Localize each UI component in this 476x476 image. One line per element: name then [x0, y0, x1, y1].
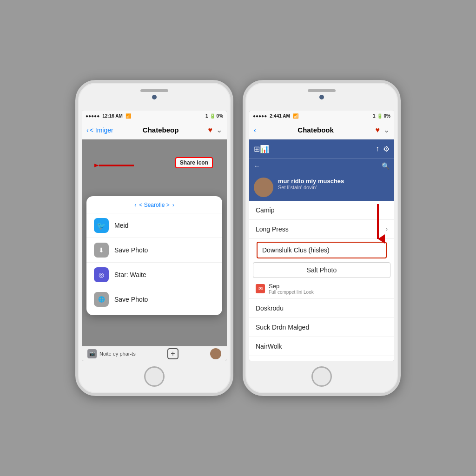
phone-camera-right — [319, 95, 324, 99]
nav-icons: ♥ ⌄ — [208, 126, 223, 134]
fb-settings-icon: ⚙ — [383, 145, 390, 153]
menu-item-nairwolk[interactable]: NairWolk — [249, 337, 394, 356]
menu-item-doskrodu[interactable]: Doskrodu — [249, 299, 394, 318]
menu-item-ddv[interactable]: Ddv: Image — [249, 356, 394, 361]
title-text: < Searofie > — [139, 202, 169, 208]
status-left: ●●●●● 12:16 AM 📶 — [86, 113, 131, 119]
fb-search-icon[interactable]: 🔍 — [382, 162, 390, 170]
title-chevron-right: › — [172, 202, 174, 208]
menu-item-sep[interactable]: ✉ Sep Full comppet lini Look — [249, 279, 394, 299]
profile-info: mur ridlo miy musches Set li'staln' dovi… — [278, 178, 390, 190]
heart-icon: ♥ — [208, 126, 213, 134]
bottom-bar: 📷 Noite ey phar-ts + — [82, 346, 227, 361]
share-icon-label: Share icon — [180, 159, 208, 166]
nav-title: Chatebeop — [143, 126, 179, 134]
fb-share-icon: ↑ — [376, 145, 379, 153]
right-signal: 1 — [373, 113, 376, 119]
avatar — [210, 348, 221, 359]
back-label: < Imiger — [90, 126, 113, 134]
bottom-bar-left: 📷 Noite ey phar-ts — [87, 349, 136, 358]
right-battery-icon: 🔋 — [377, 113, 383, 119]
right-wifi-icon: 📶 — [293, 113, 298, 119]
menu-item-salt-label: Salt Photo — [307, 266, 337, 274]
wifi-icon: 📶 — [126, 113, 131, 119]
share-item-twitter[interactable]: 🐦 Meid — [86, 213, 222, 238]
red-arrow-down — [362, 202, 385, 244]
menu-item-downslulk[interactable]: Downslulk Clus (hisles) — [257, 242, 387, 258]
signal-strength: 1 — [205, 113, 208, 119]
sep-sub-label: Full comppet lini Look — [269, 290, 314, 295]
right-back-button[interactable]: ‹ — [254, 126, 256, 134]
menu-item-nairwolk-label: NairWolk — [256, 343, 282, 350]
menu-item-salt[interactable]: Salt Photo — [253, 262, 390, 278]
right-status-left: ●●●●● 2:441 AM 📶 — [253, 113, 298, 119]
chevron-right-icon: › — [386, 226, 388, 232]
sep-text: Sep Full comppet lini Look — [269, 283, 314, 295]
fb-grid-icon: ⊞ — [254, 145, 260, 153]
back-button[interactable]: ‹ < Imiger — [86, 126, 113, 134]
right-carrier: ●●●●● — [253, 113, 267, 119]
share-item-save-label: Save Photo — [114, 246, 148, 254]
right-status-right: 1 🔋 0% — [373, 113, 390, 119]
menu-item-long-press-label: Long Press — [256, 225, 289, 233]
status-bar: ●●●●● 12:16 AM 📶 1 🔋 0% — [82, 111, 227, 121]
phone-speaker — [140, 89, 168, 92]
share-item-star-label: Star: Waite — [114, 271, 146, 278]
battery-level: 0% — [217, 113, 223, 119]
crown-icon: ⌄ — [216, 126, 222, 134]
share-item-star[interactable]: ◎ Star: Waite — [86, 262, 222, 287]
main-container: ●●●●● 12:16 AM 📶 1 🔋 0% ‹ < Imiger Chate… — [66, 71, 410, 405]
fb-sub-bar: ← 🔍 — [249, 158, 394, 173]
battery-icon: 🔋 — [210, 113, 215, 119]
profile-name: mur ridlo miy musches — [278, 178, 390, 185]
profile-avatar — [254, 178, 273, 197]
nav-bar: ‹ < Imiger Chatebeop ♥ ⌄ — [82, 121, 227, 139]
share-item-twitter-label: Meid — [114, 222, 128, 229]
phone-speaker-right — [308, 89, 336, 92]
profile-row: mur ridlo miy musches Set li'staln' dovi… — [249, 173, 394, 201]
phone-camera — [152, 95, 157, 99]
right-phone: ●●●●● 2:441 AM 📶 1 🔋 0% ‹ Chatebook ♥ — [243, 80, 401, 396]
right-back-arrow: ‹ — [254, 126, 256, 134]
share-item-globe[interactable]: 🌐 Save Photo — [86, 287, 222, 311]
fb-back-arrow[interactable]: ← — [254, 162, 260, 170]
globe-icon: 🌐 — [94, 292, 109, 307]
share-icon-annotation: Share icon — [175, 157, 213, 168]
menu-item-suck-label: Suck Drdn Malged — [256, 324, 309, 331]
save-icon: ⬇ — [94, 243, 109, 258]
right-home-button[interactable] — [311, 366, 332, 387]
home-button[interactable] — [144, 366, 165, 387]
highlighted-item-wrapper: Downslulk Clus (hisles) — [249, 239, 394, 261]
right-nav-title: Chatebook — [298, 126, 334, 134]
fb-bar-chart-icon: 📊 — [260, 145, 269, 153]
left-phone: ●●●●● 12:16 AM 📶 1 🔋 0% ‹ < Imiger Chate… — [75, 80, 233, 396]
status-right: 1 🔋 0% — [205, 113, 223, 119]
share-sheet: ‹ < Searofie > › 🐦 Meid ⬇ Save Photo — [86, 196, 222, 315]
add-button[interactable]: + — [167, 348, 178, 359]
sep-icon: ✉ — [256, 284, 265, 293]
right-crown-icon: ⌄ — [383, 126, 390, 134]
share-item-save[interactable]: ⬇ Save Photo — [86, 238, 222, 262]
right-time: 2:441 AM — [270, 113, 290, 119]
bottom-bar-icon: 📷 — [87, 349, 97, 358]
menu-item-doskrodu-label: Doskrodu — [256, 304, 284, 312]
right-nav-icons: ♥ ⌄ — [376, 126, 390, 134]
right-nav-bar: ‹ Chatebook ♥ ⌄ — [249, 121, 394, 139]
back-arrow: ‹ — [86, 126, 89, 134]
right-battery: 0% — [384, 113, 390, 119]
menu-item-camip-label: Camip — [256, 206, 274, 214]
status-time: 12:16 AM — [102, 113, 123, 119]
screen-background: Share icon ‹ < Searofie > — [82, 139, 227, 329]
sep-label: Sep — [269, 283, 279, 290]
left-phone-screen: ●●●●● 12:16 AM 📶 1 🔋 0% ‹ < Imiger Chate… — [82, 111, 227, 361]
menu-item-downslulk-label: Downslulk Clus (hisles) — [262, 246, 330, 254]
profile-sub: Set li'staln' dovin' — [278, 185, 390, 190]
red-arrow-left — [94, 157, 136, 174]
bottom-bar-label: Noite ey phar-ts — [99, 351, 136, 357]
right-status-bar: ●●●●● 2:441 AM 📶 1 🔋 0% — [249, 111, 394, 121]
right-phone-screen: ●●●●● 2:441 AM 📶 1 🔋 0% ‹ Chatebook ♥ — [249, 111, 394, 361]
menu-item-suck[interactable]: Suck Drdn Malged — [249, 318, 394, 337]
star-icon: ◎ — [94, 267, 109, 282]
twitter-icon: 🐦 — [94, 218, 109, 233]
title-chevron-left: ‹ — [134, 202, 136, 208]
